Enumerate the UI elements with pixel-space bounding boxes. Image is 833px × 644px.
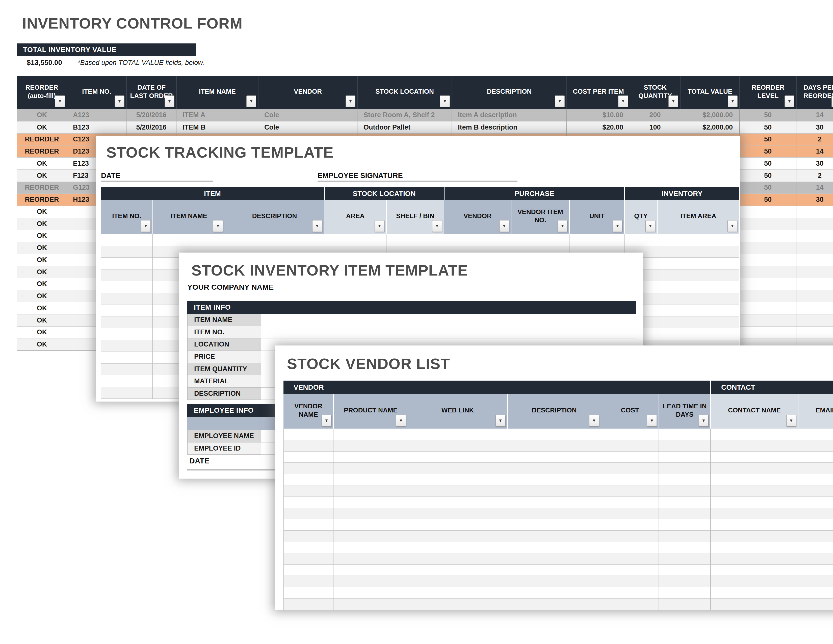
cell[interactable]	[284, 542, 333, 553]
cell[interactable]	[101, 340, 153, 351]
cell[interactable]	[284, 508, 333, 519]
cell[interactable]	[711, 564, 798, 576]
cell-reorder-level[interactable]	[740, 290, 796, 302]
filter-dropdown-icon[interactable]: ▼	[375, 220, 384, 232]
cell[interactable]	[659, 587, 711, 598]
cell-days-per-reorder[interactable]	[796, 230, 833, 242]
cell[interactable]	[507, 530, 601, 542]
cell-reorder-level[interactable]: 50	[740, 157, 796, 169]
cell[interactable]	[153, 234, 225, 246]
cell[interactable]	[798, 485, 833, 496]
cell[interactable]	[711, 587, 798, 598]
filter-dropdown-icon[interactable]: ▼	[699, 415, 709, 427]
filter-dropdown-icon[interactable]: ▼	[440, 95, 450, 107]
cell-reorder-status[interactable]: REORDER	[17, 182, 67, 194]
cell[interactable]	[659, 428, 711, 440]
cell-days-per-reorder[interactable]: 30	[796, 193, 833, 206]
cell-cost-per-item[interactable]: $20.00	[567, 121, 630, 134]
cell[interactable]	[333, 462, 408, 474]
cell[interactable]	[284, 587, 333, 598]
cell-reorder-status[interactable]: OK	[17, 326, 67, 338]
cell[interactable]	[333, 542, 408, 553]
cell-stock-quantity[interactable]: 200	[630, 109, 680, 121]
filter-dropdown-icon[interactable]: ▼	[558, 220, 568, 232]
cell-cost-per-item[interactable]: $10.00	[567, 109, 630, 121]
cell[interactable]	[507, 462, 601, 474]
cell[interactable]	[507, 519, 601, 530]
cell-days-per-reorder[interactable]: 30	[796, 121, 833, 134]
cell[interactable]	[284, 519, 333, 530]
cell-reorder-level[interactable]	[740, 302, 796, 314]
cell[interactable]	[284, 564, 333, 576]
cell[interactable]	[659, 462, 711, 474]
cell-reorder-level[interactable]: 50	[740, 193, 796, 206]
cell[interactable]	[507, 564, 601, 576]
cell[interactable]	[333, 519, 408, 530]
cell[interactable]	[284, 496, 333, 508]
cell[interactable]	[408, 451, 507, 463]
cell-reorder-status[interactable]: OK	[17, 230, 67, 242]
cell-stock-quantity[interactable]: 100	[630, 121, 680, 134]
filter-dropdown-icon[interactable]: ▼	[613, 220, 622, 232]
cell[interactable]	[624, 234, 657, 246]
cell[interactable]	[284, 428, 333, 440]
filter-dropdown-icon[interactable]: ▼	[346, 95, 355, 107]
filter-dropdown-icon[interactable]: ▼	[322, 415, 331, 427]
cell[interactable]	[408, 542, 507, 553]
cell[interactable]	[657, 328, 739, 340]
filter-dropdown-icon[interactable]: ▼	[495, 415, 505, 427]
cell-days-per-reorder[interactable]	[796, 218, 833, 230]
cell[interactable]	[601, 496, 659, 508]
cell-total-value[interactable]: $2,000.00	[680, 121, 740, 134]
cell[interactable]	[408, 576, 507, 587]
filter-dropdown-icon[interactable]: ▼	[165, 95, 174, 107]
cell-days-per-reorder[interactable]: 14	[796, 109, 833, 121]
cell-reorder-status[interactable]: OK	[17, 169, 67, 182]
cell-reorder-level[interactable]	[740, 326, 796, 338]
cell-reorder-level[interactable]	[740, 218, 796, 230]
cell-item-no[interactable]: B123	[67, 121, 127, 134]
filter-dropdown-icon[interactable]: ▼	[432, 220, 442, 232]
cell[interactable]	[711, 553, 798, 564]
cell[interactable]	[408, 598, 507, 610]
cell[interactable]	[711, 530, 798, 542]
cell[interactable]	[101, 234, 153, 246]
cell[interactable]	[284, 440, 333, 451]
cell-vendor[interactable]: Cole	[258, 109, 357, 121]
cell[interactable]	[601, 553, 659, 564]
cell[interactable]	[659, 542, 711, 553]
cell[interactable]	[659, 485, 711, 496]
filter-dropdown-icon[interactable]: ▼	[114, 95, 124, 107]
cell[interactable]	[101, 304, 153, 316]
cell-reorder-level[interactable]	[740, 254, 796, 266]
filter-dropdown-icon[interactable]: ▼	[246, 95, 256, 107]
cell[interactable]	[798, 542, 833, 553]
cell[interactable]	[711, 576, 798, 587]
cell[interactable]	[408, 462, 507, 474]
cell[interactable]	[333, 485, 408, 496]
cell[interactable]	[798, 440, 833, 451]
cell[interactable]	[408, 508, 507, 519]
cell[interactable]	[659, 451, 711, 463]
cell[interactable]	[284, 530, 333, 542]
cell[interactable]	[798, 474, 833, 485]
filter-dropdown-icon[interactable]: ▼	[141, 220, 151, 232]
cell[interactable]	[101, 269, 153, 281]
cell[interactable]	[659, 598, 711, 610]
cell[interactable]	[408, 519, 507, 530]
cell[interactable]	[507, 428, 601, 440]
total-inventory-amount[interactable]: $13,550.00	[17, 56, 72, 69]
cell[interactable]	[798, 519, 833, 530]
filter-dropdown-icon[interactable]: ▼	[312, 220, 322, 232]
cell[interactable]	[284, 598, 333, 610]
cell[interactable]	[324, 234, 386, 246]
cell-reorder-status[interactable]: OK	[17, 278, 67, 290]
cell[interactable]	[711, 519, 798, 530]
cell[interactable]	[657, 316, 739, 328]
field-value-cell[interactable]	[261, 326, 636, 339]
filter-dropdown-icon[interactable]: ▼	[589, 415, 599, 427]
cell-reorder-status[interactable]: REORDER	[17, 145, 67, 157]
field-value-cell[interactable]	[261, 314, 636, 326]
cell[interactable]	[569, 234, 624, 246]
cell-days-per-reorder[interactable]: 30	[796, 157, 833, 169]
